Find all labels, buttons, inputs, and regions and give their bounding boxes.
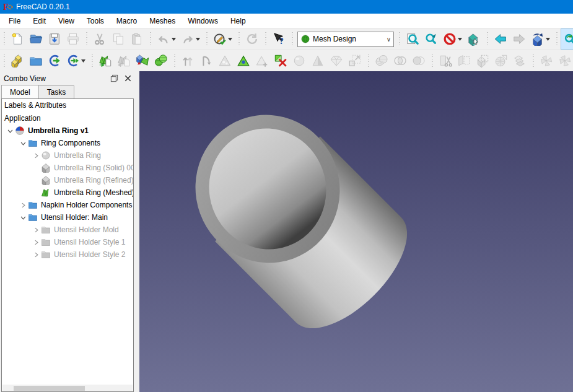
3d-viewport[interactable] — [139, 71, 573, 392]
print-icon — [66, 32, 80, 46]
make-link-button[interactable] — [45, 50, 64, 71]
tree-item-label: Utensil Holder Style 1 — [54, 238, 125, 246]
dropdown-arrow-icon[interactable] — [81, 59, 85, 63]
dropdown-arrow-icon[interactable] — [196, 38, 200, 41]
menu-help[interactable]: Help — [224, 15, 252, 27]
box-selection-button[interactable] — [465, 28, 483, 50]
tree-item-umbrella-ring-meshed[interactable]: Umbrella Ring (Meshed) — [2, 186, 133, 199]
axonometric-button[interactable] — [528, 28, 553, 50]
cross-section-button — [492, 50, 510, 71]
fit-all-button[interactable] — [403, 28, 422, 50]
fit-selection-button[interactable] — [422, 28, 440, 50]
tree-item-label: Utensil Holder Mold — [54, 225, 119, 234]
cross-section-icon — [494, 54, 508, 68]
close-panel-icon[interactable] — [123, 74, 133, 83]
trim-by-plane-icon — [457, 54, 471, 68]
undo-icon — [157, 32, 170, 46]
make-sub-link-button[interactable] — [64, 50, 88, 71]
edit-mode-button[interactable] — [211, 28, 235, 50]
chevron-down-icon: ∨ — [387, 36, 391, 43]
cut-icon — [93, 32, 107, 46]
dropdown-arrow-icon[interactable] — [172, 38, 176, 41]
tree-item-umbrella-ring-v1[interactable]: Umbrella Ring v1 — [2, 124, 133, 137]
mesh-regular-solid-button[interactable] — [152, 50, 170, 71]
tree-closed-caret-icon[interactable] — [32, 250, 41, 259]
zoom-sync-icon — [563, 32, 573, 46]
save-button[interactable] — [45, 28, 64, 50]
tree-horizontal-scrollbar[interactable] — [2, 385, 133, 391]
create-group-button[interactable] — [27, 50, 45, 71]
menu-windows[interactable]: Windows — [182, 15, 224, 27]
toolbar-grip — [173, 54, 175, 68]
cube-gray-icon — [41, 163, 51, 173]
menu-view[interactable]: View — [52, 15, 81, 27]
print-button — [64, 28, 82, 50]
harmonize-normals-icon — [181, 54, 195, 68]
remove-components-button[interactable] — [271, 50, 290, 71]
menu-tools[interactable]: Tools — [81, 15, 110, 27]
tab-model[interactable]: Model — [1, 85, 39, 98]
menu-macro[interactable]: Macro — [110, 15, 143, 27]
create-group-icon — [29, 54, 43, 68]
new-document-button[interactable] — [8, 28, 27, 50]
dropdown-arrow-icon[interactable] — [546, 38, 550, 41]
mesh-from-shape-button[interactable] — [133, 50, 152, 71]
scrollbar-thumb[interactable] — [14, 386, 85, 391]
add-triangle-button[interactable] — [234, 50, 253, 71]
draw-style-button[interactable] — [440, 28, 465, 50]
freecad-logo-icon: F — [3, 2, 13, 12]
tree-closed-caret-icon[interactable] — [32, 151, 41, 160]
whats-this-button[interactable]: ? — [269, 28, 288, 50]
tree-item-utensil-holder-style-1[interactable]: Utensil Holder Style 1 — [2, 236, 133, 248]
panel-splitter[interactable] — [135, 71, 139, 392]
menu-file[interactable]: File — [2, 15, 27, 27]
toolbar-grip — [367, 54, 369, 68]
tree-item-label: Ring Components — [41, 139, 100, 147]
tree-item-utensil-holder-main[interactable]: Utensil Holder: Main — [2, 211, 133, 224]
zoom-sync-button[interactable] — [561, 28, 573, 50]
toolbar-grip — [149, 32, 151, 46]
panel-title: Combo View — [4, 74, 46, 83]
mesh-import-icon — [98, 54, 112, 68]
segmentation-2-button — [556, 50, 573, 71]
fit-selection-icon — [424, 32, 438, 46]
open-file-button[interactable] — [27, 28, 45, 50]
torus-gray-icon — [41, 150, 51, 160]
toolbar-row-1: ?Mesh Design∨ — [0, 28, 573, 50]
trim-mesh-icon — [439, 54, 452, 68]
tree-open-caret-icon[interactable] — [6, 126, 15, 136]
toolbar-grip — [3, 54, 5, 68]
nav-back-button[interactable] — [491, 28, 510, 50]
tree-item-label: Napkin Holder Components — [41, 201, 132, 209]
workbench-selector[interactable]: Mesh Design∨ — [297, 32, 394, 47]
tree-closed-caret-icon[interactable] — [32, 238, 41, 247]
tree-item-ring-components[interactable]: Ring Components — [2, 137, 133, 149]
float-panel-icon[interactable] — [110, 74, 119, 83]
tree-item-utensil-holder-mold[interactable]: Utensil Holder Mold — [2, 224, 133, 236]
menu-meshes[interactable]: Meshes — [143, 15, 182, 27]
tree-item-label: Umbrella Ring (Solid) 00 — [54, 163, 134, 172]
add-facet-button — [253, 50, 271, 71]
tree-item-umbrella-ring-solid-00[interactable]: Umbrella Ring (Solid) 00 — [2, 162, 133, 174]
tree-item-utensil-holder-style-2[interactable]: Utensil Holder Style 2 — [2, 248, 133, 261]
tree-item-umbrella-ring-refined[interactable]: Umbrella Ring (Refined) — [2, 174, 133, 186]
mesh-import-button[interactable] — [96, 50, 115, 71]
tree-closed-caret-icon[interactable] — [32, 225, 41, 235]
create-part-button[interactable] — [8, 50, 27, 71]
menu-edit[interactable]: Edit — [27, 15, 52, 27]
mesh-difference-icon — [412, 54, 426, 68]
save-icon — [48, 32, 61, 46]
tree-item-napkin-holder-components[interactable]: Napkin Holder Components — [2, 199, 133, 211]
tab-tasks[interactable]: Tasks — [38, 85, 75, 98]
tree-item-umbrella-ring[interactable]: Umbrella Ring — [2, 149, 133, 162]
tree-open-caret-icon[interactable] — [19, 213, 28, 222]
dropdown-arrow-icon[interactable] — [458, 38, 462, 41]
create-part-icon — [11, 54, 24, 68]
tree-item-application[interactable]: Application — [2, 112, 133, 124]
dropdown-arrow-icon[interactable] — [228, 38, 232, 41]
tree-open-caret-icon[interactable] — [19, 139, 28, 148]
mesh-object-cylinder[interactable] — [175, 95, 427, 348]
nav-forward-icon — [512, 32, 526, 46]
mesh-green-icon — [41, 188, 51, 198]
tree-closed-caret-icon[interactable] — [19, 201, 28, 210]
